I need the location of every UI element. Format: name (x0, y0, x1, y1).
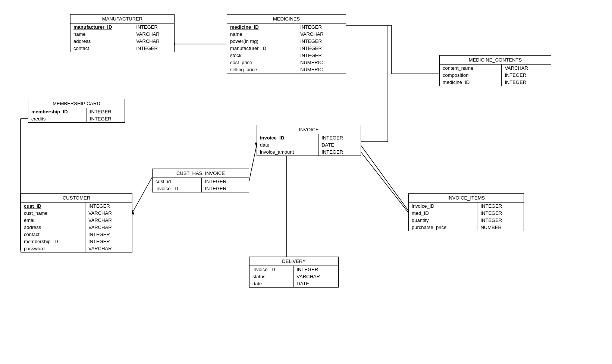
field-type: INTEGER (202, 185, 249, 192)
table-row: nameVARCHAR (70, 31, 174, 38)
field-type: INTEGER (294, 266, 338, 273)
field-type: INTEGER (318, 134, 361, 141)
field-name: cust_ID (21, 203, 85, 210)
table-row: statusVARCHAR (249, 273, 338, 280)
field-type: INTEGER (133, 23, 174, 31)
table-invoice_items: INVOICE_ITEMSinvoice_IDINTEGERmed_IDINTE… (408, 193, 524, 231)
table-title-medicine_contents: MEDICINE_CONTENTS (440, 56, 551, 65)
table-row: selling_priceNUMERIC (227, 66, 346, 73)
table-row: membership_IDINTEGER (21, 238, 132, 245)
field-name: contact (70, 45, 133, 52)
table-row: quantityINTEGER (409, 217, 524, 224)
field-name: medicine_ID (227, 23, 297, 31)
field-name: name (227, 31, 297, 38)
table-customer: CUSTOMERcust_IDINTEGERcust_nameVARCHARem… (21, 193, 132, 252)
field-type: VARCHAR (502, 65, 551, 72)
table-row: manufacturer_IDINTEGER (70, 23, 174, 31)
table-medicine_contents: MEDICINE_CONTENTScontent_nameVARCHARcomp… (439, 55, 551, 86)
field-type: INTEGER (477, 217, 524, 224)
field-type: NUMBER (477, 224, 524, 231)
table-row: invoice_IDINTEGER (409, 203, 524, 210)
table-row: cust_nameVARCHAR (21, 210, 132, 217)
table-title-manufacturer: MANUFACTURER (70, 15, 174, 23)
table-row: stockINTEGER (227, 52, 346, 59)
table-title-membership_card: MEMBERSHIP CARD (28, 99, 125, 108)
field-type: VARCHAR (133, 38, 174, 45)
table-row: power(in mg)INTEGER (227, 38, 346, 45)
field-type: VARCHAR (85, 210, 132, 217)
field-type: VARCHAR (297, 31, 346, 38)
field-type: INTEGER (85, 203, 132, 210)
table-row: invoice_amountINTEGER (257, 148, 361, 156)
table-medicines: MEDICINESmedicine_IDINTEGERnameVARCHARpo… (227, 14, 346, 73)
field-name: email (21, 217, 85, 224)
table-row: invoice_IDINTEGER (257, 134, 361, 141)
table-body-delivery: invoice_IDINTEGERstatusVARCHARdateDATE (249, 266, 338, 287)
table-row: medicine_IDINTEGER (440, 79, 551, 86)
field-type: INTEGER (297, 45, 346, 52)
table-body-customer: cust_IDINTEGERcust_nameVARCHARemailVARCH… (21, 203, 132, 252)
field-name: power(in mg) (227, 38, 297, 45)
field-name: password (21, 245, 85, 252)
table-row: invoice_IDINTEGER (153, 185, 249, 192)
field-type: INTEGER (502, 72, 551, 79)
field-name: invoice_ID (409, 203, 477, 210)
field-name: invoice_ID (153, 185, 202, 192)
field-type: VARCHAR (133, 31, 174, 38)
field-name: invoice_amount (257, 148, 318, 156)
field-name: purcharse_price (409, 224, 477, 231)
table-body-medicines: medicine_IDINTEGERnameVARCHARpower(in mg… (227, 23, 346, 73)
svg-line-18 (361, 152, 408, 213)
table-row: compositionINTEGER (440, 72, 551, 79)
field-name: credits (28, 115, 87, 122)
field-name: composition (440, 72, 502, 79)
field-name: status (249, 273, 294, 280)
field-type: INTEGER (87, 115, 125, 122)
table-body-manufacturer: manufacturer_IDINTEGERnameVARCHARaddress… (70, 23, 174, 52)
table-title-cust_has_invoice: CUST_HAS_INVOICE (153, 169, 249, 178)
table-membership_card: MEMBERSHIP CARDmembership_IDINTEGERcredi… (28, 99, 125, 123)
table-body-medicine_contents: content_nameVARCHARcompositionINTEGERmed… (440, 65, 551, 86)
table-delivery: DELiVERYinvoice_IDINTEGERstatusVARCHARda… (249, 257, 339, 288)
table-invoice: INVOICEinvoice_IDINTEGERdateDATEinvoice_… (257, 125, 361, 156)
field-name: med_ID (409, 210, 477, 217)
field-type: INTEGER (85, 231, 132, 238)
table-row: cost_priceNUMERIC (227, 59, 346, 66)
field-name: contact (21, 231, 85, 238)
field-name: address (21, 224, 85, 231)
table-title-delivery: DELiVERY (249, 257, 338, 266)
table-row: membership_IDINTEGER (28, 108, 125, 115)
field-name: quantity (409, 217, 477, 224)
table-body-membership_card: membership_IDINTEGERcreditsINTEGER (28, 108, 125, 122)
field-type: INTEGER (133, 45, 174, 52)
field-type: INTEGER (318, 148, 361, 156)
field-type: VARCHAR (85, 224, 132, 231)
table-row: addressVARCHAR (21, 224, 132, 231)
field-type: NUMERIC (297, 59, 346, 66)
field-name: cust_name (21, 210, 85, 217)
field-type: INTEGER (87, 108, 125, 115)
table-row: addressVARCHAR (70, 38, 174, 45)
field-type: INTEGER (297, 52, 346, 59)
field-type: INTEGER (297, 38, 346, 45)
field-name: date (257, 141, 318, 148)
field-type: INTEGER (477, 203, 524, 210)
field-type: INTEGER (85, 238, 132, 245)
field-type: INTEGER (202, 178, 249, 185)
table-row: med_IDINTEGER (409, 210, 524, 217)
table-row: medicine_IDINTEGER (227, 23, 346, 31)
table-row: purcharse_priceNUMBER (409, 224, 524, 231)
table-row: invoice_IDINTEGER (249, 266, 338, 273)
table-row: passwordVARCHAR (21, 245, 132, 252)
table-cust_has_invoice: CUST_HAS_INVOICEcust_idINTEGERinvoice_ID… (152, 169, 249, 192)
field-name: membership_ID (28, 108, 87, 115)
table-row: dateDATE (249, 280, 338, 287)
table-row: content_nameVARCHAR (440, 65, 551, 72)
field-type: NUMERIC (297, 66, 346, 73)
table-row: creditsINTEGER (28, 115, 125, 122)
table-row: emailVARCHAR (21, 217, 132, 224)
field-type: INTEGER (477, 210, 524, 217)
field-name: stock (227, 52, 297, 59)
field-name: name (70, 31, 133, 38)
field-name: content_name (440, 65, 502, 72)
